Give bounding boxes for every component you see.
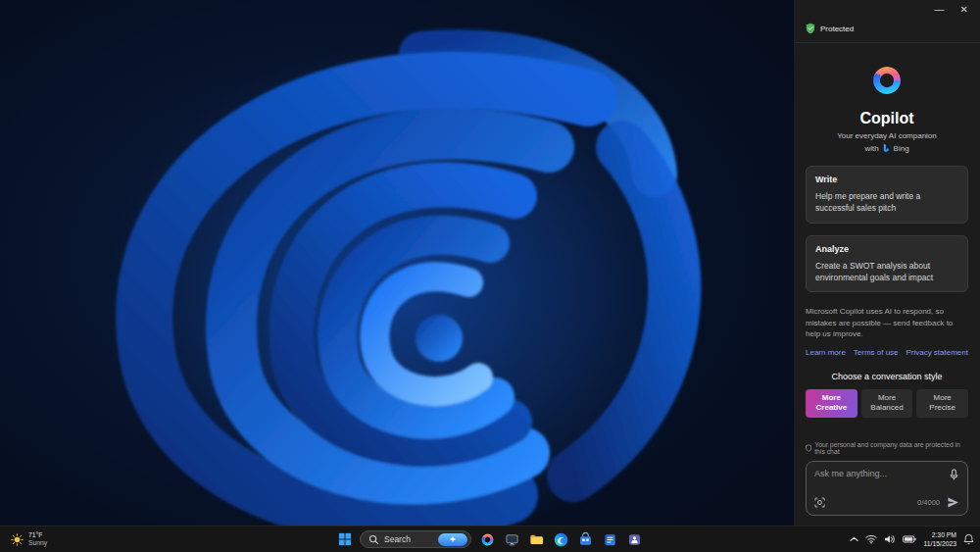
data-protection-note: Your personal and company data are prote… (806, 441, 968, 455)
protected-badge[interactable]: Protected (794, 20, 980, 43)
taskbar-windows-app-button[interactable] (504, 531, 519, 547)
folder-icon (529, 532, 544, 547)
with-bing-row: with Bing (806, 143, 968, 154)
tray-overflow-button[interactable] (850, 536, 858, 542)
sun-icon (11, 533, 24, 546)
bing-icon (882, 143, 891, 154)
data-protection-text: Your personal and company data are prote… (814, 441, 968, 455)
shield-outline-icon (806, 444, 811, 452)
clock-date: 11/15/2023 (923, 539, 956, 548)
taskbar: 71°F Sunny Search (0, 526, 980, 552)
ai-disclaimer: Microsoft Copilot uses AI to respond, so… (806, 306, 968, 340)
chat-input[interactable] (814, 469, 943, 490)
microsoft-store-icon (578, 532, 593, 547)
chat-composer: 0/4000 (806, 461, 968, 516)
style-option-line1: More (861, 393, 913, 403)
taskbar-teams-button[interactable] (626, 531, 642, 547)
chevron-up-icon (850, 536, 858, 542)
legal-links: Learn more Terms of use Privacy statemen… (806, 348, 968, 357)
char-counter: 0/4000 (917, 498, 940, 507)
protected-label: Protected (820, 25, 854, 33)
battery-button[interactable] (903, 535, 916, 543)
screen: — ✕ Protected (0, 0, 980, 552)
search-label: Search (384, 534, 433, 544)
terms-of-use-link[interactable]: Terms of use (854, 348, 899, 357)
taskbar-center: Search (338, 527, 642, 552)
search-highlight-badge (438, 533, 467, 546)
style-option-balanced[interactable]: More Balanced (861, 389, 913, 418)
panel-body: Copilot Your everyday AI companion with … (794, 43, 980, 526)
style-option-line2: Precise (916, 403, 968, 413)
style-option-line1: More (916, 393, 968, 403)
style-option-line2: Creative (806, 403, 858, 413)
privacy-statement-link[interactable]: Privacy statement (906, 348, 968, 357)
copilot-icon (480, 532, 495, 547)
search-icon (368, 534, 379, 545)
conversation-style-selector: More Creative More Balanced More Precise (806, 389, 968, 418)
document-icon (603, 532, 617, 547)
start-button[interactable] (338, 532, 352, 546)
send-button[interactable] (947, 496, 959, 509)
learn-more-link[interactable]: Learn more (806, 348, 846, 357)
system-tray: 2:30 PM 11/15/2023 (850, 527, 974, 552)
wifi-icon (865, 534, 877, 544)
suggestion-card-write[interactable]: Write Help me prepare and write a succes… (806, 166, 968, 224)
edge-icon (554, 532, 568, 547)
notifications-button[interactable] (963, 533, 974, 545)
conversation-style-heading: Choose a conversation style (806, 372, 968, 381)
card-title: Analyze (815, 244, 958, 254)
network-button[interactable] (865, 534, 877, 544)
close-icon[interactable]: ✕ (960, 5, 968, 15)
sparkle-icon (449, 535, 457, 543)
bloom-wallpaper-art (0, 0, 794, 526)
style-option-precise[interactable]: More Precise (916, 389, 968, 418)
with-label: with (864, 144, 878, 153)
minimize-icon[interactable]: — (935, 5, 945, 15)
volume-icon (884, 534, 896, 544)
card-body: Help me prepare and write a successful s… (815, 190, 958, 215)
windows-logo-icon (338, 532, 352, 546)
taskbar-store-button[interactable] (577, 531, 593, 547)
bing-label: Bing (894, 144, 909, 153)
mic-icon (949, 469, 959, 481)
taskbar-word-button[interactable] (602, 531, 617, 547)
card-title: Write (815, 175, 958, 184)
style-option-line2: Balanced (861, 403, 913, 413)
mic-button[interactable] (949, 469, 959, 481)
taskbar-copilot-button[interactable] (479, 531, 495, 547)
bell-icon (963, 533, 974, 545)
copilot-panel: — ✕ Protected (794, 0, 980, 526)
desktop-wallpaper (0, 0, 794, 526)
panel-subtitle: Your everyday AI companion (806, 131, 968, 140)
taskbar-edge-button[interactable] (553, 531, 568, 547)
weather-widget[interactable]: 71°F Sunny (4, 527, 54, 552)
taskbar-file-explorer-button[interactable] (528, 531, 544, 547)
weather-temperature: 71°F (28, 531, 47, 539)
volume-button[interactable] (884, 534, 896, 544)
battery-icon (903, 535, 916, 543)
screenshot-icon (814, 497, 825, 508)
copilot-logo (869, 63, 905, 102)
suggestion-card-analyze[interactable]: Analyze Create a SWOT analysis about env… (806, 235, 968, 293)
monitor-icon (505, 532, 519, 547)
clock[interactable]: 2:30 PM 11/15/2023 (923, 530, 956, 548)
send-icon (947, 496, 959, 509)
card-body: Create a SWOT analysis about environment… (815, 260, 958, 284)
panel-titlebar: — ✕ (794, 0, 980, 20)
style-option-creative[interactable]: More Creative (806, 389, 858, 418)
page-title: Copilot (806, 110, 968, 127)
add-screenshot-button[interactable] (814, 497, 825, 508)
clock-time: 2:30 PM (932, 530, 956, 539)
pinned-apps (479, 531, 642, 547)
style-option-line1: More (806, 393, 858, 403)
weather-condition: Sunny (28, 539, 47, 547)
teams-icon (627, 532, 642, 547)
shield-check-icon (806, 23, 815, 34)
search-box[interactable]: Search (360, 530, 471, 548)
